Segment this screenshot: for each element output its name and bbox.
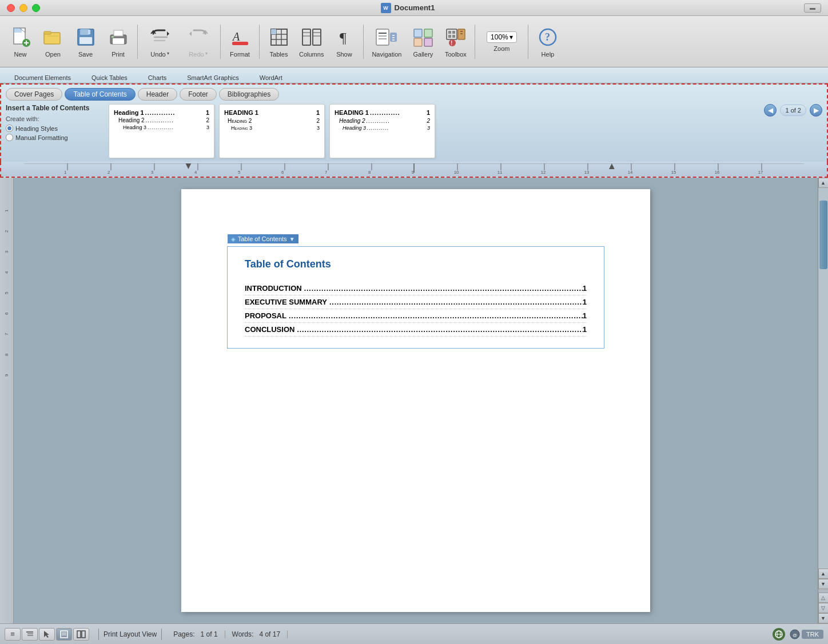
view-btn-outline[interactable] (22, 628, 38, 641)
ribbon-tab-charts[interactable]: Charts (138, 71, 176, 83)
scroll-up-btn[interactable]: ▲ (818, 178, 829, 188)
tables-icon (268, 26, 290, 49)
scroll-page-up[interactable]: △ (818, 593, 829, 603)
ribbon-tab-smartart[interactable]: SmartArt Graphics (177, 71, 248, 83)
svg-rect-104 (82, 631, 85, 638)
toc-preview-1[interactable]: Heading 1.............1 Heading 2.......… (109, 104, 214, 158)
maximize-button[interactable] (32, 4, 40, 12)
ribbon-tab-wordart[interactable]: WordArt (250, 71, 292, 83)
scroll-down-btn[interactable]: ▼ (818, 613, 829, 623)
scroll-track[interactable] (818, 188, 828, 569)
minimize-button[interactable] (19, 4, 27, 12)
preview2-h2: Heading 22 (224, 118, 320, 124)
toolbox-button[interactable]: ! Toolbox (440, 19, 471, 65)
view-btn-cursor[interactable] (39, 628, 55, 641)
svg-rect-28 (302, 29, 310, 45)
navigation-label: Navigation (372, 51, 401, 58)
doc-toc-container[interactable]: ◈ Table of Contents ▼ Table of Contents … (227, 246, 604, 349)
svg-text:13: 13 (584, 170, 590, 175)
zoom-label: Zoom (493, 45, 509, 52)
toc-entry-1-dots: ........................................… (302, 285, 583, 293)
show-button[interactable]: ¶ Show (328, 19, 360, 65)
words-item: Words: 4 of 17 (225, 630, 288, 638)
toc-entry-3-num: 1 (583, 311, 587, 320)
pages-item: Pages: 1 of 1 (166, 630, 225, 638)
svg-text:@: @ (793, 633, 797, 638)
canvas-area[interactable]: ◈ Table of Contents ▼ Table of Contents … (14, 178, 818, 623)
svg-text:12: 12 (541, 170, 546, 175)
gallery-label: Gallery (413, 51, 433, 58)
words-value: 4 of 17 (259, 630, 280, 638)
svg-text:4: 4 (194, 170, 197, 175)
close-button[interactable] (7, 4, 15, 12)
new-button[interactable]: New (5, 19, 36, 65)
svg-rect-11 (80, 29, 89, 35)
open-button[interactable]: Open (37, 19, 69, 65)
ribbon-tab-quick-tables[interactable]: Quick Tables (82, 71, 137, 83)
toc-nav-label: 1 of 2 (780, 105, 806, 116)
columns-button[interactable]: Columns (296, 19, 327, 65)
sub-tab-toc[interactable]: Table of Contents (65, 88, 135, 101)
scroll-up-small[interactable]: ▲ (818, 569, 829, 579)
help-button[interactable]: ? Help (532, 19, 563, 65)
toc-nav: ◀ 1 of 2 ▶ (764, 104, 822, 117)
preview3-h1: HEADING 1.............1 (335, 109, 430, 116)
zoom-value: 100% (491, 33, 508, 41)
resize-button[interactable]: ▬ (804, 3, 821, 13)
preview2-h1: HEADING 11 (224, 109, 320, 116)
help-icon: ? (536, 26, 559, 49)
window-controls[interactable] (7, 4, 40, 12)
toolbar: New Open Save (0, 16, 828, 67)
toc-next-btn[interactable]: ▶ (810, 104, 822, 117)
svg-rect-8 (44, 31, 51, 34)
redo-arrow[interactable]: ▾ (205, 51, 208, 56)
svg-text:15: 15 (671, 170, 676, 175)
redo-button[interactable]: Redo ▾ (180, 19, 217, 65)
toolbox-label: Toolbox (445, 51, 467, 58)
radio-heading-styles[interactable]: Heading Styles (6, 125, 103, 132)
undo-button[interactable]: Undo ▾ (141, 19, 178, 65)
show-icon: ¶ (333, 26, 356, 49)
sub-tab-bibliographies[interactable]: Bibliographies (219, 88, 279, 101)
status-divider-1 (98, 629, 99, 640)
toc-create-label: Create with: (6, 115, 103, 122)
sub-tab-cover-pages[interactable]: Cover Pages (6, 88, 62, 101)
sub-tab-header[interactable]: Header (138, 88, 177, 101)
gallery-button[interactable]: Gallery (407, 19, 439, 65)
toc-prev-btn[interactable]: ◀ (764, 104, 777, 117)
scroll-down-small[interactable]: ▼ (818, 579, 829, 589)
separator1 (137, 25, 138, 59)
zoom-value-box[interactable]: 100% ▾ (487, 31, 517, 43)
tables-button[interactable]: Tables (263, 19, 294, 65)
pages-value: 1 of 1 (201, 630, 218, 638)
view-btn-print[interactable] (56, 628, 72, 641)
svg-rect-17 (112, 36, 114, 38)
separator2 (220, 25, 221, 59)
help-label: Help (542, 51, 555, 58)
view-btn-lines[interactable]: ≡ (5, 628, 21, 641)
navigation-button[interactable]: Navigation (367, 19, 406, 65)
svg-text:¶: ¶ (340, 30, 347, 46)
radio-manual-formatting[interactable]: Manual Formatting (6, 134, 103, 141)
sub-tab-footer[interactable]: Footer (180, 88, 217, 101)
scroll-thumb[interactable] (819, 201, 827, 269)
main-area: 1 2 3 4 5 6 7 8 9 ◈ Table of Contents ▼ (0, 178, 828, 623)
svg-text:17: 17 (758, 170, 763, 175)
save-button[interactable]: Save (70, 19, 101, 65)
undo-arrow[interactable]: ▾ (167, 51, 169, 56)
toc-entry-2-num: 1 (583, 298, 587, 306)
preview1-h1: Heading 1.............1 (114, 109, 209, 116)
scroll-page-down[interactable]: ▽ (818, 603, 829, 613)
view-btn-split[interactable] (73, 628, 89, 641)
zoom-control[interactable]: 100% ▾ Zoom (479, 19, 524, 65)
print-button[interactable]: Print (102, 19, 134, 65)
ribbon-tab-doc-elements[interactable]: Document Elements (5, 71, 81, 83)
toc-dropdown-arrow[interactable]: ▼ (289, 236, 295, 242)
right-scrollbar: ▲ ▲ ▼ △ ▽ ▼ (818, 178, 828, 623)
format-button[interactable]: A Format (224, 19, 256, 65)
toc-entry-1-text: INTRODUCTION (245, 284, 302, 293)
svg-rect-50 (448, 35, 451, 38)
toc-entry-4: CONCLUSION .............................… (245, 323, 587, 337)
toc-preview-3[interactable]: HEADING 1.............1 Heading 2.......… (329, 104, 435, 158)
toc-preview-2[interactable]: HEADING 11 Heading 22 Heading 33 (219, 104, 325, 158)
